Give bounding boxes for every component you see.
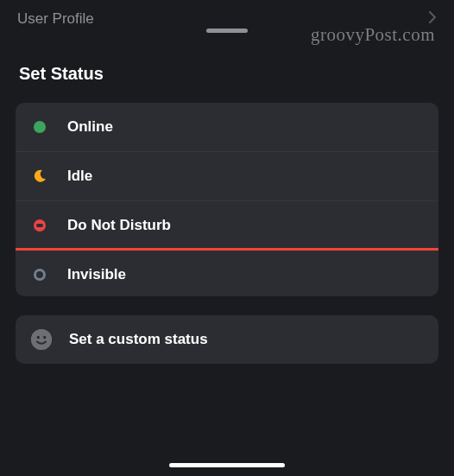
custom-status-label: Set a custom status bbox=[69, 331, 208, 348]
status-options-card: Online Idle Do Not Disturb Invisible bbox=[16, 103, 438, 296]
chevron-right-icon bbox=[428, 10, 437, 28]
svg-point-1 bbox=[37, 336, 40, 339]
set-custom-status-button[interactable]: Set a custom status bbox=[16, 315, 438, 364]
status-label: Invisible bbox=[67, 266, 126, 283]
svg-point-2 bbox=[43, 336, 46, 339]
status-option-dnd[interactable]: Do Not Disturb bbox=[16, 201, 438, 251]
home-indicator bbox=[169, 463, 285, 467]
online-icon bbox=[31, 118, 48, 136]
status-option-idle[interactable]: Idle bbox=[16, 152, 438, 201]
smiley-icon bbox=[31, 329, 52, 350]
svg-point-0 bbox=[31, 329, 52, 350]
idle-icon bbox=[31, 168, 48, 185]
status-label: Idle bbox=[67, 168, 92, 185]
sheet-drag-handle[interactable] bbox=[206, 29, 248, 33]
status-label: Do Not Disturb bbox=[67, 217, 171, 234]
status-option-invisible[interactable]: Invisible bbox=[16, 248, 438, 296]
status-option-online[interactable]: Online bbox=[16, 103, 438, 152]
status-label: Online bbox=[67, 118, 113, 136]
sheet-title: Set Status bbox=[16, 54, 438, 103]
header-title: User Profile bbox=[17, 10, 94, 28]
set-status-sheet: Set Status Online Idle Do Not Disturb In… bbox=[0, 54, 454, 364]
invisible-icon bbox=[31, 266, 48, 283]
dnd-icon bbox=[31, 217, 48, 234]
